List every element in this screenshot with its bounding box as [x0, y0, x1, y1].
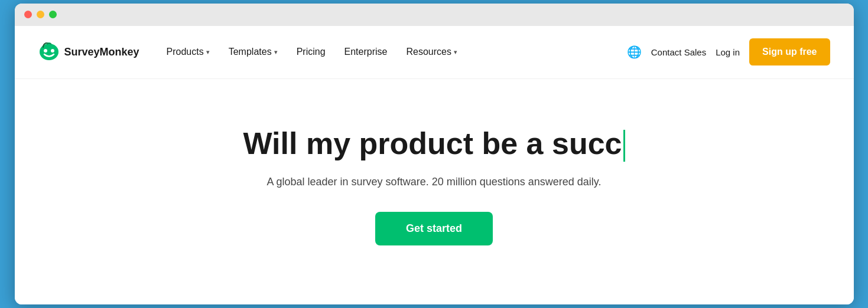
- hero-heading-text: Will my product be a succ: [243, 126, 622, 160]
- browser-window: SurveyMonkey Products ▾ Templates ▾ Pric…: [15, 4, 854, 304]
- login-button[interactable]: Log in: [716, 47, 740, 57]
- get-started-button[interactable]: Get started: [375, 212, 493, 245]
- nav-item-resources[interactable]: Resources ▾: [398, 42, 465, 62]
- hero-section: Will my product be a succ A global leade…: [15, 79, 854, 304]
- contact-sales-link[interactable]: Contact Sales: [651, 47, 706, 57]
- hero-heading: Will my product be a succ: [243, 126, 625, 162]
- templates-chevron-icon: ▾: [274, 48, 278, 56]
- nav-right: 🌐 Contact Sales Log in Sign up free: [627, 38, 830, 65]
- nav-enterprise-label: Enterprise: [344, 47, 388, 57]
- dot-green[interactable]: [49, 11, 57, 18]
- logo[interactable]: SurveyMonkey: [38, 42, 139, 61]
- dot-yellow[interactable]: [37, 11, 44, 18]
- surveymonkey-logo-icon: [38, 42, 60, 61]
- browser-chrome: [15, 4, 854, 26]
- navbar: SurveyMonkey Products ▾ Templates ▾ Pric…: [15, 26, 854, 79]
- nav-links: Products ▾ Templates ▾ Pricing Enterpris…: [158, 42, 627, 62]
- dot-red[interactable]: [24, 11, 32, 18]
- svg-point-1: [44, 49, 47, 53]
- svg-point-0: [40, 44, 58, 60]
- nav-item-products[interactable]: Products ▾: [158, 42, 218, 62]
- svg-point-2: [51, 49, 54, 53]
- nav-templates-label: Templates: [229, 47, 272, 57]
- nav-item-enterprise[interactable]: Enterprise: [336, 42, 396, 62]
- globe-icon[interactable]: 🌐: [627, 45, 642, 59]
- resources-chevron-icon: ▾: [454, 48, 457, 56]
- nav-products-label: Products: [167, 47, 204, 57]
- nav-item-templates[interactable]: Templates ▾: [220, 42, 286, 62]
- nav-item-pricing[interactable]: Pricing: [288, 42, 334, 62]
- logo-text: SurveyMonkey: [64, 46, 139, 58]
- hero-subtext: A global leader in survey software. 20 m…: [267, 176, 602, 188]
- products-chevron-icon: ▾: [206, 48, 210, 56]
- signup-button[interactable]: Sign up free: [749, 38, 830, 65]
- nav-pricing-label: Pricing: [297, 47, 326, 57]
- browser-content: SurveyMonkey Products ▾ Templates ▾ Pric…: [15, 26, 854, 304]
- nav-resources-label: Resources: [406, 47, 451, 57]
- cursor-blink: [623, 130, 625, 162]
